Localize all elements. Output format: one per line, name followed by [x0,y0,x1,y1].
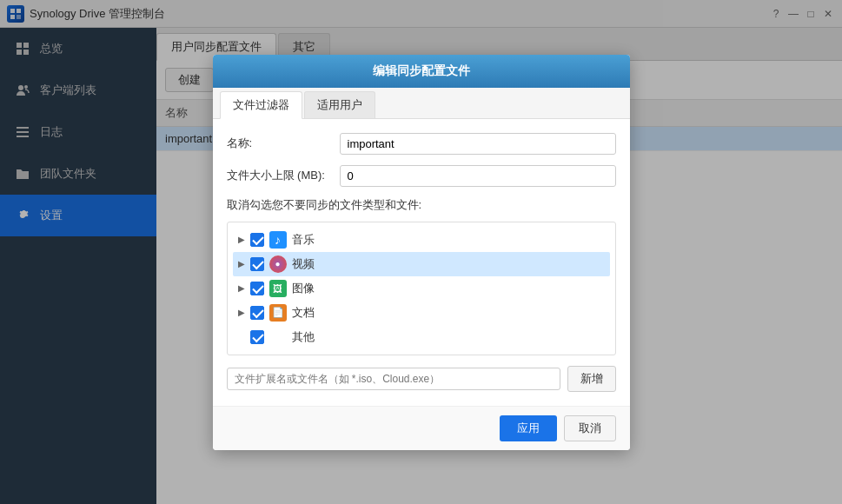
dialog-body: 名称: 文件大小上限 (MB): 取消勾选您不要同步的文件类型和文件: ▶ ♪ … [213,119,630,406]
tree-label-other: 其他 [292,329,315,345]
expand-doc: ▶ [238,308,250,317]
dialog-overlay: 编辑同步配置文件 文件过滤器 适用用户 名称: 文件大小上限 (MB): 取消勾… [0,0,842,504]
tree-label-video: 视频 [292,256,315,272]
tree-item-doc[interactable]: ▶ 📄 文档 [233,301,610,325]
tree-item-music[interactable]: ▶ ♪ 音乐 [233,228,610,252]
filter-hint: 取消勾选您不要同步的文件类型和文件: [227,197,616,213]
dialog-tab-file-filter[interactable]: 文件过滤器 [220,91,302,119]
name-row: 名称: [227,133,616,155]
tree-item-video[interactable]: ▶ ● 视频 [233,252,610,276]
expand-music: ▶ [238,235,250,244]
dialog-tab-bar: 文件过滤器 适用用户 [213,88,630,119]
file-tree: ▶ ♪ 音乐 ▶ ● 视频 ▶ 🖼 图像 [227,222,616,355]
size-input[interactable] [340,165,616,187]
tree-label-music: 音乐 [292,232,315,248]
size-label: 文件大小上限 (MB): [227,168,340,183]
image-icon: 🖼 [269,280,287,297]
size-row: 文件大小上限 (MB): [227,165,616,187]
checkbox-music[interactable] [250,233,264,247]
name-label: 名称: [227,136,340,151]
apply-button[interactable]: 应用 [500,415,557,441]
name-input[interactable] [340,133,616,155]
file-input-row: 新增 [227,366,616,392]
expand-image: ▶ [238,283,250,293]
dialog-title: 编辑同步配置文件 [213,55,630,88]
tree-label-image: 图像 [292,281,315,296]
edit-dialog: 编辑同步配置文件 文件过滤器 适用用户 名称: 文件大小上限 (MB): 取消勾… [213,55,630,450]
video-icon: ● [269,255,287,273]
music-icon: ♪ [269,231,287,249]
cancel-button[interactable]: 取消 [564,415,616,441]
other-icon [269,328,287,346]
add-extension-button[interactable]: 新增 [567,366,616,392]
checkbox-doc[interactable] [250,306,264,320]
checkbox-other[interactable] [250,330,264,344]
file-extension-input[interactable] [227,368,560,390]
checkbox-image[interactable] [250,282,264,295]
tree-item-image[interactable]: ▶ 🖼 图像 [233,276,610,301]
doc-icon: 📄 [269,304,287,322]
dialog-footer: 应用 取消 [213,406,630,450]
checkbox-video[interactable] [250,257,264,271]
tree-item-other[interactable]: ▶ 其他 [233,325,610,349]
expand-video: ▶ [238,259,250,269]
tree-label-doc: 文档 [292,305,315,321]
dialog-tab-apply-users[interactable]: 适用用户 [304,91,375,118]
